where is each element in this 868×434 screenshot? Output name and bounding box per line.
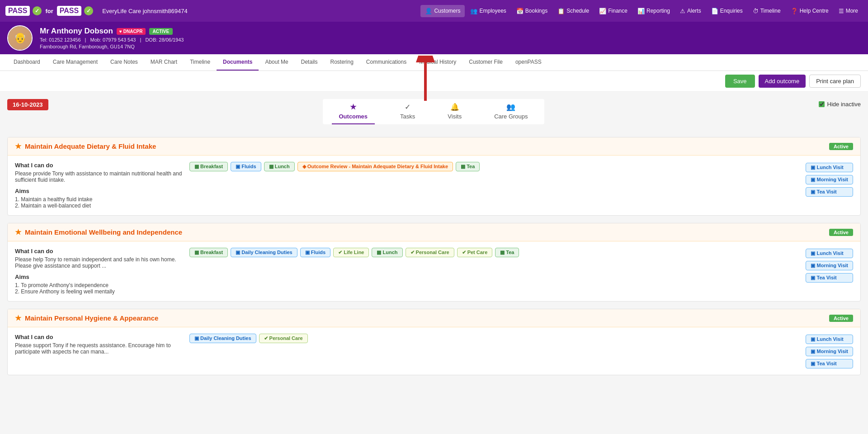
outcome-card-right-3: ▣ Lunch Visit ▣ Morning Visit ▣ Tea Visi… <box>806 334 853 368</box>
outcome-title-1: ★ Maintain Adequate Dietary & Fluid Inta… <box>15 142 156 151</box>
org-name: EveryLife Care johnsmith869474 <box>102 8 188 14</box>
tasks-icon: ✓ <box>405 103 410 111</box>
what-label-2: What I can do <box>15 248 182 255</box>
visit-pill-lunch-3[interactable]: ▣ Lunch Visit <box>806 335 853 344</box>
tab-medical-history[interactable]: Medical History <box>413 54 462 71</box>
outcome-card-body-3: What I can do Please support Tony if he … <box>8 327 860 375</box>
tab-care-groups[interactable]: 👥 Care Groups <box>487 99 535 124</box>
task-pill-tea-1[interactable]: ▦ Tea <box>456 162 480 171</box>
task-pill-lunch-1[interactable]: ▦ Lunch <box>264 162 295 171</box>
content-area: 16-10-2023 ★ Outcomes ✓ Tasks 🔔 Visits 👥 <box>0 92 868 434</box>
more-icon: ☰ <box>839 8 844 14</box>
task-pill-breakfast-2[interactable]: ▦ Breakfast <box>189 248 228 257</box>
patient-header: 👴 Mr Anthony Dobson ♥ DNACPR ACTIVE Tel:… <box>0 22 868 54</box>
visit-pill-morning-3[interactable]: ▣ Morning Visit <box>806 347 853 356</box>
tab-about-me[interactable]: About Me <box>259 54 294 71</box>
star-icon-1: ★ <box>15 142 21 151</box>
tab-outcomes[interactable]: ★ Outcomes <box>332 99 375 124</box>
tab-mar-chart[interactable]: MAR Chart <box>144 54 184 71</box>
bookings-icon: 📅 <box>516 8 524 14</box>
nav-enquiries[interactable]: 📄 Enquiries <box>707 5 747 17</box>
pass-logo-2: PASS <box>57 6 81 16</box>
nav-bookings[interactable]: 📅 Bookings <box>512 5 552 17</box>
nav-finance[interactable]: 📈 Finance <box>594 5 632 17</box>
status-badge-2: Active <box>829 229 853 236</box>
nav-employees[interactable]: 👥 Employees <box>466 5 510 17</box>
tab-documents[interactable]: Documents <box>217 54 259 71</box>
hide-inactive-checkbox[interactable] <box>819 101 825 107</box>
tasks-pills-3: ▣ Daily Cleaning Duties ✔ Personal Care <box>189 334 798 343</box>
action-bar: Save Add outcome Print care plan <box>0 71 868 92</box>
nav-items: 👤 Customers 👥 Employees 📅 Bookings 📋 Sch… <box>420 5 863 17</box>
task-pill-pet-care-2[interactable]: ✔ Pet Care <box>457 248 493 257</box>
visit-pill-tea-3[interactable]: ▣ Tea Visit <box>806 359 853 368</box>
date-badge: 16-10-2023 <box>7 99 48 110</box>
outcome-card-left-3: What I can do Please support Tony if he … <box>15 334 182 368</box>
patient-info: Mr Anthony Dobson ♥ DNACPR ACTIVE Tel: 0… <box>40 27 184 49</box>
outcome-card-body-2: What I can do Please help Tony to remain… <box>8 241 860 301</box>
outcome-card-left-2: What I can do Please help Tony to remain… <box>15 248 182 295</box>
visits-icon: 🔔 <box>450 103 459 111</box>
tab-dashboard[interactable]: Dashboard <box>7 54 47 71</box>
hide-inactive-label: Hide inactive <box>827 101 861 108</box>
task-pill-cleaning-3[interactable]: ▣ Daily Cleaning Duties <box>189 334 256 343</box>
nav-timeline[interactable]: ⏱ Timeline <box>748 5 785 17</box>
outcome-card-dietary: ★ Maintain Adequate Dietary & Fluid Inta… <box>7 137 861 216</box>
tab-openpass[interactable]: openPASS <box>509 54 548 71</box>
visit-pill-tea-1[interactable]: ▣ Tea Visit <box>806 187 853 197</box>
nav-customers[interactable]: 👤 Customers <box>420 5 465 17</box>
outcome-card-center-3: ▣ Daily Cleaning Duties ✔ Personal Care <box>189 334 798 368</box>
task-pill-breakfast-1[interactable]: ▦ Breakfast <box>189 162 228 171</box>
what-text-2: Please help Tony to remain independent a… <box>15 256 182 269</box>
nav-schedule[interactable]: 📋 Schedule <box>553 5 594 17</box>
print-button[interactable]: Print care plan <box>809 75 861 88</box>
task-pill-outcome-review-1[interactable]: ◈ Outcome Review - Maintain Adequate Die… <box>297 162 453 171</box>
task-pill-fluids-1[interactable]: ▣ Fluids <box>231 162 261 171</box>
visit-pill-morning-1[interactable]: ▣ Morning Visit <box>806 175 853 184</box>
nav-help[interactable]: ❓ Help Centre <box>786 5 833 17</box>
tab-rostering[interactable]: Rostering <box>324 54 359 71</box>
tasks-pills-2: ▦ Breakfast ▣ Daily Cleaning Duties ▣ Fl… <box>189 248 798 257</box>
tab-care-management[interactable]: Care Management <box>47 54 104 71</box>
heart-icon: ♥ <box>119 29 122 34</box>
alerts-icon: ⚠ <box>680 8 685 14</box>
outcome-card-header-3: ★ Maintain Personal Hygiene & Appearance… <box>8 309 860 327</box>
nav-reporting[interactable]: 📊 Reporting <box>633 5 675 17</box>
task-pill-lunch-2[interactable]: ▦ Lunch <box>372 248 402 257</box>
outcome-card-hygiene: ★ Maintain Personal Hygiene & Appearance… <box>7 309 861 375</box>
care-groups-icon: 👥 <box>506 103 515 111</box>
for-text: for <box>45 8 53 14</box>
logo-area: PASS ✓ for PASS ✓ <box>5 6 93 16</box>
task-pill-fluids-2[interactable]: ▣ Fluids <box>300 248 330 257</box>
patient-address: Farnborough Rd, Farnborough, GU14 7NQ <box>40 44 184 49</box>
avatar-image: 👴 <box>8 26 32 50</box>
task-pill-cleaning-2[interactable]: ▣ Daily Cleaning Duties <box>231 248 297 257</box>
task-pill-tea-2[interactable]: ▦ Tea <box>495 248 519 257</box>
visit-pill-tea-2[interactable]: ▣ Tea Visit <box>806 273 853 283</box>
schedule-icon: 📋 <box>557 8 565 14</box>
task-pill-personal-care-2[interactable]: ✔ Personal Care <box>406 248 454 257</box>
nav-more[interactable]: ☰ More <box>834 5 863 17</box>
visit-pill-morning-2[interactable]: ▣ Morning Visit <box>806 261 853 270</box>
what-text-1: Please provide Tony with assistance to m… <box>15 170 182 183</box>
save-button[interactable]: Save <box>725 75 755 88</box>
outcome-title-2: ★ Maintain Emotional Wellbeing and Indep… <box>15 228 182 236</box>
tab-care-notes[interactable]: Care Notes <box>104 54 144 71</box>
tab-communications[interactable]: Communications <box>360 54 413 71</box>
visit-pill-lunch-2[interactable]: ▣ Lunch Visit <box>806 249 853 258</box>
patient-details: Tel: 01252 123456 | Mob: 07979 543 543 |… <box>40 37 184 42</box>
aim-2-2: 2. Ensure Anthony is feeling well mental… <box>15 288 182 295</box>
tab-details[interactable]: Details <box>295 54 324 71</box>
top-navigation: PASS ✓ for PASS ✓ EveryLife Care johnsmi… <box>0 0 868 22</box>
nav-alerts[interactable]: ⚠ Alerts <box>675 5 706 17</box>
tab-tasks[interactable]: ✓ Tasks <box>393 99 422 124</box>
task-pill-lifeline-2[interactable]: ✔ Life Line <box>333 248 369 257</box>
tab-visits[interactable]: 🔔 Visits <box>440 99 469 124</box>
visit-pill-lunch-1[interactable]: ▣ Lunch Visit <box>806 163 853 172</box>
aim-1-1: 1. Maintain a healthy fluid intake <box>15 196 182 203</box>
add-outcome-button[interactable]: Add outcome <box>759 75 806 88</box>
tab-customer-file[interactable]: Customer File <box>462 54 509 71</box>
task-pill-personal-care-3[interactable]: ✔ Personal Care <box>259 334 308 343</box>
tab-timeline[interactable]: Timeline <box>184 54 217 71</box>
aims-label-1: Aims <box>15 188 182 194</box>
